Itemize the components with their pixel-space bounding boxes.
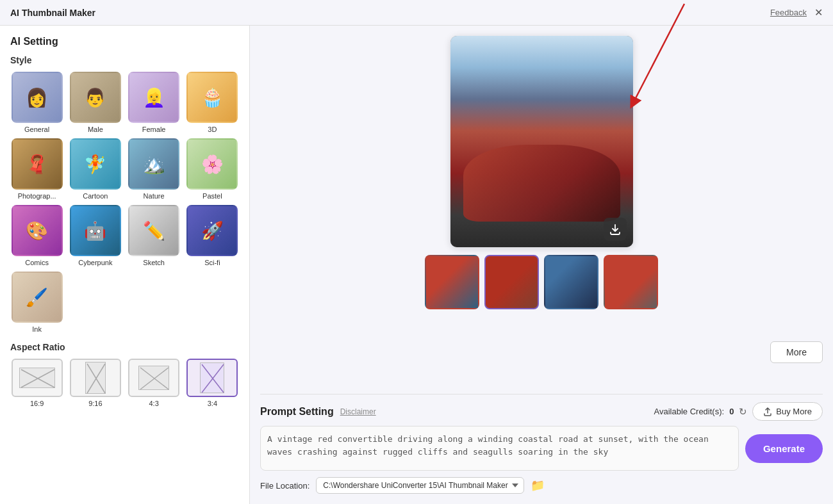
style-grid: 👩 General 👨 Male 👱‍♀️ Female 🧁 [10,72,239,333]
style-section-title: Style [10,55,239,65]
folder-icon[interactable]: 📁 [531,478,545,492]
aspect-box-9-16 [70,359,121,397]
disclaimer-link[interactable]: Disclaimer [340,407,376,416]
aspect-3-4[interactable]: 3:4 [186,359,239,407]
image-area [260,36,823,386]
aspect-label-4-3: 4:3 [149,400,158,407]
style-photography[interactable]: 🧣 Photograp... [10,138,63,200]
style-label-sketch: Sketch [143,259,165,266]
thumbnail-1[interactable] [425,255,479,309]
prompt-title-group: Prompt Setting Disclaimer [260,406,376,418]
aspect-box-16-9 [12,359,63,397]
style-scifi[interactable]: 🚀 Sci-fi [186,205,239,266]
prompt-section: Prompt Setting Disclaimer Available Cred… [260,394,823,471]
style-label-3d: 3D [208,126,217,133]
aspect-box-4-3 [128,359,179,397]
app-title: AI Thumbnail Maker [10,8,95,18]
style-label-general: General [24,126,49,133]
aspect-label-3-4: 3:4 [208,400,217,407]
generate-button[interactable]: Generate [745,434,823,463]
main-layout: AI Setting Style 👩 General 👨 Male 👱‍♀️ [0,26,833,504]
style-cyberpunk[interactable]: 🤖 Cyberpunk [69,205,122,266]
style-cartoon[interactable]: 🧚 Cartoon [69,138,122,200]
style-ink[interactable]: 🖌️ Ink [10,272,63,333]
prompt-row: A vintage red convertible driving along … [260,426,823,471]
aspect-grid: 16:9 9:16 4:3 [10,359,239,407]
style-thumb-cartoon: 🧚 [70,138,121,190]
style-thumb-3d: 🧁 [186,72,238,123]
thumbnail-2[interactable] [484,255,539,309]
close-button[interactable]: ✕ [814,6,823,19]
style-label-pastel: Pastel [202,192,222,200]
aspect-box-3-4 [186,359,238,397]
credits-value: 0 [729,407,734,416]
main-image-container [450,36,633,247]
thumbnail-row [425,255,658,309]
style-label-ink: Ink [32,325,42,333]
thumbnail-4[interactable] [604,255,658,309]
style-thumb-ink: 🖌️ [12,272,63,323]
file-path-select[interactable]: C:\Wondershare UniConverter 15\AI Thumbn… [316,477,524,494]
style-label-male: Male [88,126,103,133]
main-image [450,36,633,247]
style-thumb-general: 👩 [12,72,63,123]
upload-icon [763,407,772,416]
file-bar: File Location: C:\Wondershare UniConvert… [260,471,823,494]
style-comics[interactable]: 🎨 Comics [10,205,63,266]
thumbnail-3[interactable] [544,255,598,309]
buy-more-button[interactable]: Buy More [752,402,823,421]
style-label-nature: Nature [144,192,165,200]
style-label-cyberpunk: Cyberpunk [78,259,112,266]
style-label-female: Female [142,126,166,133]
aspect-9-16[interactable]: 9:16 [69,359,122,407]
style-label-comics: Comics [25,259,49,266]
style-label-scifi: Sci-fi [204,259,220,266]
style-sketch[interactable]: ✏️ Sketch [128,205,181,266]
style-label-cartoon: Cartoon [83,192,108,200]
aspect-16-9[interactable]: 16:9 [10,359,63,407]
download-button[interactable] [604,218,627,241]
title-bar-actions: Feedback ✕ [770,6,823,19]
style-3d[interactable]: 🧁 3D [186,72,239,133]
style-thumb-comics: 🎨 [12,205,63,256]
aspect-4-3[interactable]: 4:3 [128,359,181,407]
title-bar: AI Thumbnail Maker Feedback ✕ [0,0,833,26]
style-nature[interactable]: 🏔️ Nature [128,138,181,200]
ai-setting-title: AI Setting [10,36,239,47]
more-button[interactable]: More [770,341,823,363]
left-panel: AI Setting Style 👩 General 👨 Male 👱‍♀️ [0,26,250,504]
style-pastel[interactable]: 🌸 Pastel [186,138,239,200]
style-thumb-male: 👨 [70,72,121,123]
prompt-title: Prompt Setting [260,406,334,418]
style-male[interactable]: 👨 Male [69,72,122,133]
main-image-wrapper [450,36,633,255]
style-female[interactable]: 👱‍♀️ Female [128,72,181,133]
style-thumb-photography: 🧣 [12,138,63,190]
credits-label: Available Credit(s): [654,407,725,416]
aspect-label-16-9: 16:9 [30,400,44,407]
style-thumb-female: 👱‍♀️ [128,72,179,123]
style-label-photography: Photograp... [18,192,56,200]
aspect-section-title: Aspect Ratio [10,342,239,352]
style-thumb-cyberpunk: 🤖 [70,205,121,256]
refresh-icon[interactable]: ↻ [739,406,747,418]
style-thumb-sketch: ✏️ [128,205,179,256]
style-thumb-scifi: 🚀 [186,205,238,256]
aspect-label-9-16: 9:16 [88,400,102,407]
style-general[interactable]: 👩 General [10,72,63,133]
file-label: File Location: [260,481,309,491]
feedback-link[interactable]: Feedback [770,8,807,17]
prompt-textarea[interactable]: A vintage red convertible driving along … [260,426,739,471]
style-thumb-nature: 🏔️ [128,138,179,190]
prompt-header: Prompt Setting Disclaimer Available Cred… [260,402,823,421]
style-thumb-pastel: 🌸 [186,138,238,190]
right-panel: More Prompt Setting Disclaimer Available… [250,26,833,504]
credits-area: Available Credit(s): 0 ↻ Buy More [654,402,823,421]
